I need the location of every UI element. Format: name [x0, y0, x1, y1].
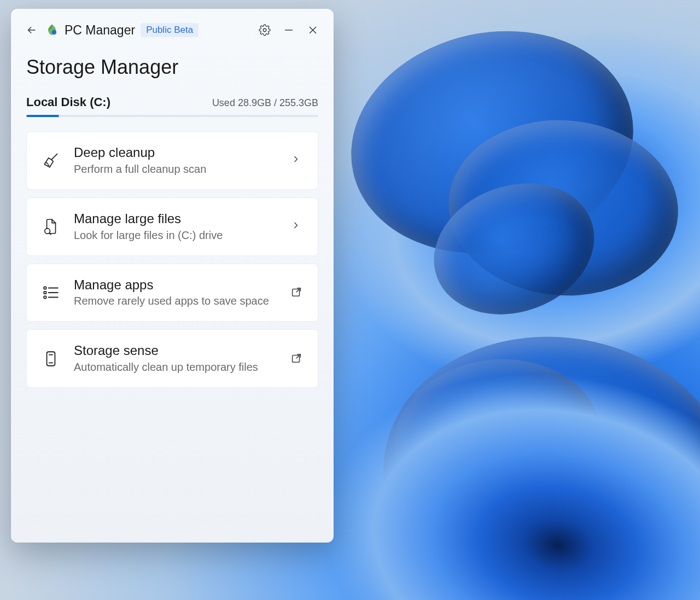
app-title: PC Manager: [65, 23, 135, 38]
svg-rect-6: [44, 287, 46, 289]
close-button[interactable]: [301, 20, 325, 40]
minimize-button[interactable]: [277, 20, 301, 40]
svg-point-0: [52, 30, 56, 34]
back-button[interactable]: [23, 21, 40, 39]
arrow-left-icon: [26, 24, 38, 36]
chevron-right-icon: [290, 154, 304, 167]
pc-manager-window: PC Manager Public Beta Storage Manager L…: [11, 9, 334, 543]
apps-list-icon: [40, 282, 62, 304]
disk-name: Local Disk (C:): [26, 95, 110, 109]
card-title: Storage sense: [74, 343, 278, 359]
external-link-icon: [290, 352, 304, 365]
card-desc: Remove rarely used apps to save space: [74, 294, 278, 308]
beta-badge: Public Beta: [141, 23, 199, 37]
card-desc: Look for large files in (C:) drive: [74, 228, 278, 242]
disk-usage-bar: [26, 115, 318, 117]
page-title: Storage Manager: [26, 56, 318, 79]
minimize-icon: [284, 25, 294, 35]
card-manage-apps[interactable]: Manage apps Remove rarely used apps to s…: [26, 264, 318, 322]
svg-rect-8: [44, 296, 46, 298]
external-link-icon: [290, 286, 304, 299]
card-desc: Automatically clean up temporary files: [74, 360, 278, 374]
disk-usage-fill: [26, 115, 59, 117]
card-storage-sense[interactable]: Storage sense Automatically clean up tem…: [26, 329, 318, 388]
disk-header: Local Disk (C:) Used 28.9GB / 255.3GB: [26, 95, 318, 109]
card-manage-large-files[interactable]: Manage large files Look for large files …: [26, 197, 318, 256]
card-title: Manage large files: [74, 211, 278, 227]
card-deep-cleanup[interactable]: Deep cleanup Perform a full cleanup scan: [26, 131, 318, 190]
settings-button[interactable]: [253, 20, 277, 40]
close-icon: [308, 25, 318, 35]
app-logo-icon: [45, 23, 59, 37]
svg-rect-13: [47, 352, 55, 366]
card-desc: Perform a full cleanup scan: [74, 162, 278, 176]
card-title: Manage apps: [74, 277, 278, 293]
storage-icon: [40, 348, 62, 370]
chevron-right-icon: [290, 220, 304, 233]
svg-rect-7: [44, 292, 46, 294]
svg-point-1: [263, 28, 266, 32]
gear-icon: [259, 24, 271, 36]
disk-usage-text: Used 28.9GB / 255.3GB: [212, 97, 318, 109]
file-search-icon: [40, 215, 62, 237]
content-area: Storage Manager Local Disk (C:) Used 28.…: [11, 44, 334, 395]
card-title: Deep cleanup: [74, 145, 278, 161]
titlebar: PC Manager Public Beta: [11, 16, 334, 44]
broom-icon: [40, 149, 62, 171]
